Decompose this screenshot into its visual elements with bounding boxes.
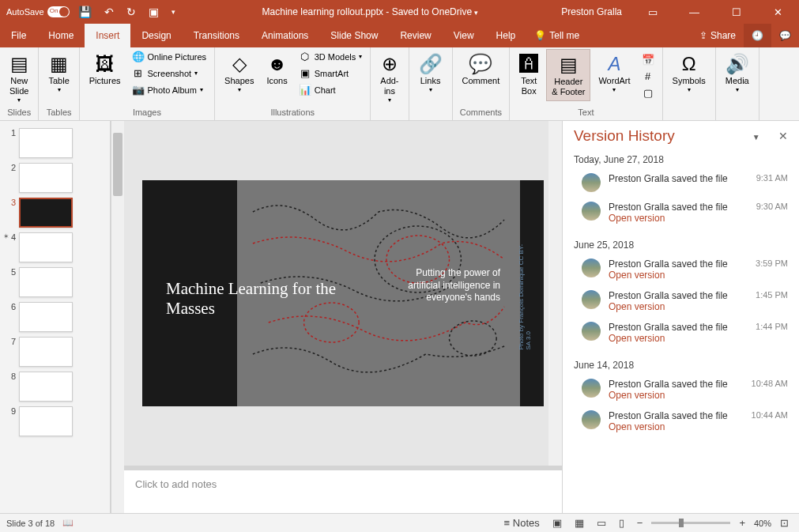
- thumbnail-6[interactable]: 6: [0, 300, 110, 334]
- tell-me-search[interactable]: 💡 Tell me: [526, 30, 587, 41]
- tab-home[interactable]: Home: [37, 24, 85, 47]
- 3d-models-button[interactable]: ⬡3D Models▾: [296, 49, 366, 64]
- version-entry[interactable]: Preston Gralla saved the fileOpen versio…: [574, 319, 788, 350]
- slideshow-view-icon[interactable]: ▯: [615, 517, 628, 529]
- header-footer-button[interactable]: ▤Header & Footer: [546, 49, 590, 101]
- normal-view-icon[interactable]: ▣: [548, 517, 566, 529]
- tab-insert[interactable]: Insert: [85, 24, 130, 47]
- pictures-button[interactable]: 🖼Pictures: [85, 49, 126, 89]
- slide-subtitle[interactable]: Putting the power of artificial intellig…: [390, 267, 500, 304]
- panel-options-icon[interactable]: ▼: [752, 133, 760, 141]
- tab-animations[interactable]: Animations: [251, 24, 319, 47]
- version-time: 1:45 PM: [744, 290, 788, 300]
- media-button[interactable]: 🔊Media▾: [721, 49, 754, 97]
- thumbnails-scrollbar[interactable]: [111, 121, 124, 513]
- maximize-icon[interactable]: ☐: [718, 0, 754, 24]
- open-version-link[interactable]: Open version: [609, 270, 737, 281]
- addins-button[interactable]: ⊕Add- ins▾: [375, 49, 403, 108]
- comments-button[interactable]: 💬: [771, 24, 799, 47]
- shapes-button[interactable]: ◇Shapes▾: [220, 49, 258, 97]
- thumbnail-3[interactable]: 3✶: [0, 195, 110, 230]
- date-time-button[interactable]: 📅: [639, 52, 658, 67]
- chart-button[interactable]: 📊Chart: [296, 82, 366, 97]
- start-from-beginning-icon[interactable]: ▣: [145, 6, 163, 18]
- avatar: [582, 202, 601, 221]
- undo-icon[interactable]: ↶: [100, 6, 118, 18]
- autosave-label: AutoSave: [6, 7, 44, 17]
- slide-title[interactable]: Machine Learning for the Masses: [166, 279, 356, 319]
- online-pictures-button[interactable]: 🌐Online Pictures: [129, 49, 210, 64]
- tab-review[interactable]: Review: [389, 24, 442, 47]
- object-icon: ▢: [642, 87, 654, 99]
- open-version-link[interactable]: Open version: [609, 421, 737, 432]
- thumbnail-5[interactable]: 5: [0, 265, 110, 300]
- fit-to-window-icon[interactable]: ⊡: [776, 517, 793, 529]
- open-version-link[interactable]: Open version: [609, 213, 737, 224]
- slide-canvas[interactable]: Machine Learning for the Masses Putting …: [142, 180, 544, 406]
- version-text: Preston Gralla saved the file: [609, 202, 737, 213]
- version-time: 10:44 AM: [744, 410, 788, 420]
- autosave-toggle[interactable]: AutoSave On: [6, 6, 70, 17]
- version-entry[interactable]: Preston Gralla saved the fileOpen versio…: [574, 375, 788, 407]
- version-entry[interactable]: Preston Gralla saved the fileOpen versio…: [574, 198, 788, 230]
- comment-button[interactable]: 💬Comment: [458, 49, 505, 89]
- notes-pane[interactable]: Click to add notes: [124, 470, 562, 513]
- zoom-out-icon[interactable]: −: [633, 517, 647, 529]
- thumbnail-2[interactable]: 2: [0, 160, 110, 195]
- zoom-slider[interactable]: [651, 522, 730, 524]
- wordart-button[interactable]: AWordArt▾: [594, 49, 635, 97]
- open-version-link[interactable]: Open version: [609, 301, 737, 312]
- editor-scrollbar[interactable]: [548, 121, 562, 466]
- smartart-button[interactable]: ▣SmartArt: [296, 66, 366, 81]
- photo-album-button[interactable]: 📷Photo Album▾: [129, 82, 210, 97]
- minimize-icon[interactable]: —: [677, 0, 712, 24]
- share-button[interactable]: ⇪ Share: [692, 24, 744, 47]
- open-version-link[interactable]: Open version: [609, 333, 737, 344]
- version-entry[interactable]: Preston Gralla saved the fileOpen versio…: [574, 287, 788, 319]
- zoom-in-icon[interactable]: +: [735, 517, 749, 529]
- user-name[interactable]: Preston Gralla: [561, 6, 628, 17]
- thumbnail-7[interactable]: 7: [0, 334, 110, 369]
- tab-design[interactable]: Design: [130, 24, 182, 47]
- version-text: Preston Gralla saved the file: [609, 290, 737, 301]
- date-icon: 📅: [642, 54, 654, 66]
- online-pictures-icon: 🌐: [132, 51, 145, 62]
- version-entry[interactable]: Preston Gralla saved the fileOpen versio…: [574, 255, 788, 287]
- close-icon[interactable]: ✕: [760, 0, 796, 24]
- slide-sorter-icon[interactable]: ▦: [571, 517, 588, 529]
- group-tables: Tables: [43, 108, 73, 119]
- slide-counter[interactable]: Slide 3 of 18: [6, 519, 55, 528]
- reading-view-icon[interactable]: ▭: [593, 517, 610, 529]
- spellcheck-icon[interactable]: 📖: [62, 518, 73, 528]
- tab-transitions[interactable]: Transitions: [183, 24, 251, 47]
- icons-button[interactable]: ☻Icons: [262, 49, 292, 89]
- textbox-button[interactable]: 🅰Text Box: [514, 49, 543, 100]
- tab-help[interactable]: Help: [485, 24, 527, 47]
- links-button[interactable]: 🔗Links▾: [414, 49, 447, 97]
- version-entry[interactable]: Preston Gralla saved the fileOpen versio…: [574, 407, 788, 439]
- thumbnail-9[interactable]: 9: [0, 404, 110, 439]
- open-version-link[interactable]: Open version: [609, 390, 737, 401]
- tab-file[interactable]: File: [0, 24, 37, 47]
- zoom-level[interactable]: 40%: [754, 519, 771, 528]
- thumbnail-8[interactable]: 8: [0, 369, 110, 404]
- version-history-button[interactable]: 🕘: [744, 24, 771, 47]
- redo-icon[interactable]: ↻: [122, 6, 140, 18]
- slide-number-button[interactable]: #: [639, 69, 658, 84]
- thumbnail-4[interactable]: 4: [0, 230, 110, 265]
- symbols-button[interactable]: ΩSymbols▾: [668, 49, 710, 97]
- object-button[interactable]: ▢: [639, 85, 658, 100]
- qat-dropdown-icon[interactable]: ▾: [168, 8, 179, 16]
- autosave-switch[interactable]: On: [47, 6, 70, 17]
- tab-view[interactable]: View: [443, 24, 485, 47]
- thumbnail-1[interactable]: 1: [0, 126, 110, 160]
- notes-toggle-button[interactable]: ≡ Notes: [500, 517, 544, 529]
- table-button[interactable]: ▦Table▾: [43, 49, 73, 97]
- save-icon[interactable]: 💾: [74, 6, 96, 18]
- new-slide-button[interactable]: ▤New Slide▾: [5, 49, 33, 108]
- panel-close-icon[interactable]: ✕: [778, 130, 788, 142]
- ribbon-display-icon[interactable]: ▭: [635, 0, 670, 24]
- version-entry[interactable]: Preston Gralla saved the file9:31 AM: [574, 170, 788, 198]
- screenshot-button[interactable]: ⊞Screenshot▾: [129, 66, 210, 81]
- tab-slideshow[interactable]: Slide Show: [319, 24, 389, 47]
